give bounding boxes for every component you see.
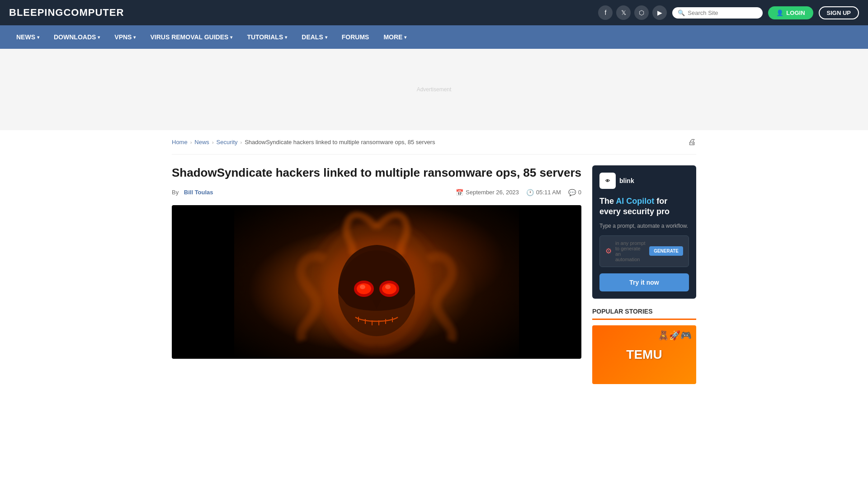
- breadcrumb-current: ShadowSyndicate hackers linked to multip…: [245, 139, 435, 145]
- article-author: By Bill Toulas: [172, 189, 213, 196]
- login-button[interactable]: 👤 LOGIN: [768, 6, 813, 19]
- print-icon[interactable]: 🖨: [688, 137, 696, 147]
- twitter-icon[interactable]: 𝕏: [616, 5, 631, 20]
- by-label: By: [172, 189, 179, 196]
- nav-virus-removal[interactable]: VIRUS REMOVAL GUIDES ▾: [143, 25, 240, 49]
- calendar-icon: 📅: [456, 189, 463, 196]
- signup-button[interactable]: SIGN UP: [819, 6, 859, 19]
- generate-button[interactable]: GENERATE: [649, 246, 683, 256]
- ad-description: Type a prompt, automate a workflow.: [592, 223, 696, 235]
- chevron-down-icon: ▾: [325, 35, 327, 40]
- article-date: 📅 September 26, 2023: [456, 189, 519, 196]
- chevron-down-icon: ▾: [133, 35, 136, 40]
- site-header: BLEEPINGCOMPUTER f 𝕏 ⬡ ▶ 🔍 👤 LOGIN SIGN …: [0, 0, 868, 25]
- breadcrumb-home[interactable]: Home: [172, 139, 188, 145]
- ad-mock-input: ⚙ in any prompt to generate an automatio…: [599, 235, 689, 267]
- ad-widget: 👁 blink The AI Copilot for every securit…: [592, 165, 696, 299]
- sidebar: 👁 blink The AI Copilot for every securit…: [592, 165, 696, 384]
- article-meta: By Bill Toulas 📅 September 26, 2023 🕐 05…: [172, 189, 581, 196]
- author-link[interactable]: Bill Toulas: [184, 189, 213, 196]
- article-image: [172, 205, 581, 359]
- blink-brand-name: blink: [619, 177, 634, 184]
- search-input[interactable]: [688, 9, 757, 16]
- youtube-icon[interactable]: ▶: [652, 5, 667, 20]
- breadcrumb-sep: ›: [190, 140, 192, 145]
- article-main: ShadowSyndicate hackers linked to multip…: [172, 165, 581, 359]
- chevron-down-icon: ▾: [404, 35, 406, 40]
- chevron-down-icon: ▾: [37, 35, 39, 40]
- article-title: ShadowSyndicate hackers linked to multip…: [172, 165, 581, 181]
- temu-icons: 🧸🚀🎮: [658, 330, 692, 341]
- chevron-down-icon: ▾: [285, 35, 287, 40]
- ad-widget-header: 👁 blink: [592, 165, 696, 196]
- clock-icon: 🕐: [526, 189, 534, 196]
- site-logo[interactable]: BLEEPINGCOMPUTER: [9, 7, 124, 19]
- breadcrumb-sep: ›: [212, 140, 214, 145]
- popular-stories: POPULAR STORIES TEMU 🧸🚀🎮: [592, 308, 696, 384]
- nav-vpns[interactable]: VPNS ▾: [107, 25, 143, 49]
- hero-image-svg: [172, 205, 581, 359]
- article-comments[interactable]: 💬 0: [568, 189, 581, 196]
- comment-icon: 💬: [568, 189, 576, 196]
- mastodon-icon[interactable]: ⬡: [634, 5, 649, 20]
- search-bar: 🔍: [672, 7, 763, 19]
- chevron-down-icon: ▾: [230, 35, 232, 40]
- breadcrumb-security[interactable]: Security: [217, 139, 238, 145]
- article-meta-right: 📅 September 26, 2023 🕐 05:11 AM 💬 0: [456, 189, 581, 196]
- nav-deals[interactable]: DEALS ▾: [294, 25, 334, 49]
- nav-more[interactable]: MORE ▾: [376, 25, 414, 49]
- popular-stories-header: POPULAR STORIES: [592, 308, 696, 320]
- breadcrumb: Home › News › Security › ShadowSyndicate…: [172, 130, 696, 155]
- ad-banner: Advertisement: [0, 49, 868, 130]
- nav-downloads[interactable]: DOWNLOADS ▾: [47, 25, 107, 49]
- article-time: 🕐 05:11 AM: [526, 189, 561, 196]
- main-nav: NEWS ▾ DOWNLOADS ▾ VPNS ▾ VIRUS REMOVAL …: [0, 25, 868, 49]
- ad-cta-button[interactable]: Try it now: [599, 273, 689, 291]
- chevron-down-icon: ▾: [98, 35, 100, 40]
- social-icons: f 𝕏 ⬡ ▶: [598, 5, 667, 20]
- nav-tutorials[interactable]: TUTORIALS ▾: [240, 25, 294, 49]
- breadcrumb-news[interactable]: News: [194, 139, 209, 145]
- search-icon: 🔍: [678, 9, 685, 16]
- ad-tagline: The AI Copilot for every security pro: [592, 196, 696, 223]
- content-layout: ShadowSyndicate hackers linked to multip…: [172, 165, 696, 384]
- nav-forums[interactable]: FORUMS: [335, 25, 377, 49]
- person-icon: 👤: [776, 9, 783, 16]
- temu-logo: TEMU: [626, 347, 662, 362]
- ad-input-placeholder: in any prompt to generate an automation: [615, 240, 646, 262]
- svg-point-16: [322, 237, 431, 354]
- facebook-icon[interactable]: f: [598, 5, 613, 20]
- blink-logo: 👁: [599, 173, 616, 189]
- prompt-icon: ⚙: [605, 247, 612, 255]
- nav-news[interactable]: NEWS ▾: [9, 25, 47, 49]
- popular-story-image[interactable]: TEMU 🧸🚀🎮: [592, 325, 696, 384]
- breadcrumb-sep: ›: [241, 140, 242, 145]
- header-right: f 𝕏 ⬡ ▶ 🔍 👤 LOGIN SIGN UP: [598, 5, 859, 20]
